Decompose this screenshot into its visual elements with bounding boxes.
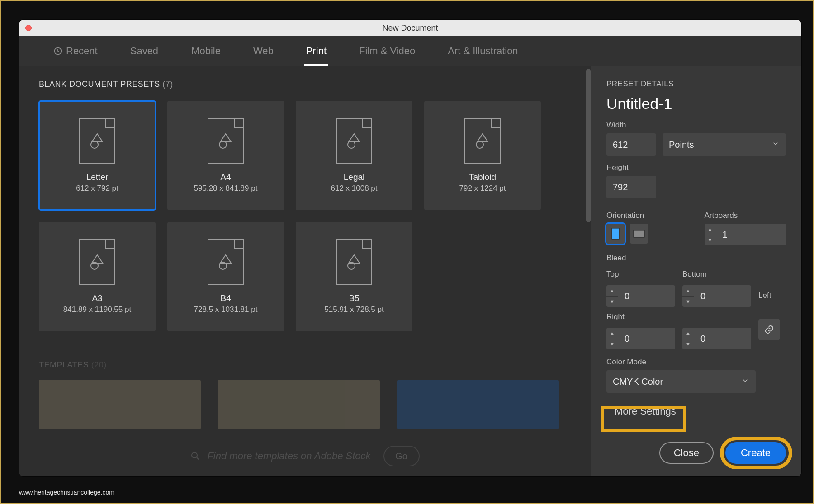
bleed-left-value: 0 xyxy=(625,334,629,344)
close-button[interactable]: Close xyxy=(659,442,714,464)
portrait-icon xyxy=(611,228,620,240)
step-up-icon[interactable]: ▲ xyxy=(606,285,618,297)
preset-size: 595.28 x 841.89 pt xyxy=(194,184,258,193)
preset-legal[interactable]: Legal 612 x 1008 pt xyxy=(296,101,412,210)
search-placeholder: Find more templates on Adobe Stock xyxy=(207,450,370,462)
presets-header-label: BLANK DOCUMENT PRESETS xyxy=(39,80,160,89)
step-down-icon[interactable]: ▼ xyxy=(606,297,618,307)
preset-letter[interactable]: Letter 612 x 792 pt xyxy=(39,101,156,210)
search-input[interactable]: Find more templates on Adobe Stock xyxy=(190,450,370,462)
close-label: Close xyxy=(674,447,699,459)
color-mode-select[interactable]: CMYK Color xyxy=(606,370,756,393)
step-up-icon[interactable]: ▲ xyxy=(606,328,618,339)
step-up-icon[interactable]: ▲ xyxy=(682,328,694,339)
templates-header: TEMPLATES (20) xyxy=(39,360,571,370)
go-label: Go xyxy=(395,451,407,462)
height-input[interactable]: 792 xyxy=(606,176,656,198)
width-input[interactable]: 612 xyxy=(606,133,656,156)
search-icon xyxy=(190,451,201,462)
bleed-left-label: Left xyxy=(758,291,786,300)
bleed-right-input[interactable]: ▲▼ 0 xyxy=(682,328,751,349)
width-value: 612 xyxy=(613,140,628,150)
orientation-portrait[interactable] xyxy=(606,224,625,244)
more-settings-button[interactable]: More Settings xyxy=(606,400,684,423)
window-close-button[interactable] xyxy=(25,25,32,31)
bleed-bottom-value: 0 xyxy=(700,291,705,301)
presets-count: (7) xyxy=(162,80,173,89)
preset-browser: BLANK DOCUMENT PRESETS (7) Letter 612 x … xyxy=(19,66,591,476)
units-value: Points xyxy=(669,140,694,150)
orientation-landscape[interactable] xyxy=(630,224,648,244)
clock-icon xyxy=(53,47,62,56)
watermark-text: www.heritagechristiancollege.com xyxy=(19,489,114,496)
new-document-dialog: New Document Recent Saved xyxy=(19,20,801,476)
svg-rect-10 xyxy=(634,230,644,237)
template-card[interactable] xyxy=(39,380,201,429)
preset-size: 515.91 x 728.5 pt xyxy=(324,305,383,314)
height-label: Height xyxy=(606,163,786,172)
landscape-icon xyxy=(633,230,645,238)
step-down-icon[interactable]: ▼ xyxy=(705,235,716,246)
preset-size: 612 x 1008 pt xyxy=(331,184,377,193)
bleed-bottom-input[interactable]: ▲▼ 0 xyxy=(682,285,751,307)
bleed-bottom-label: Bottom xyxy=(682,270,751,279)
tab-saved[interactable]: Saved xyxy=(114,36,175,66)
scroll-thumb[interactable] xyxy=(586,69,591,222)
go-button[interactable]: Go xyxy=(383,446,420,466)
bleed-top-input[interactable]: ▲▼ 0 xyxy=(606,285,675,307)
bleed-right-value: 0 xyxy=(700,334,705,344)
document-name-field[interactable]: Untitled-1 xyxy=(606,95,786,113)
category-tabs: Recent Saved Mobile Web Print Film & Vi xyxy=(19,36,801,66)
document-icon xyxy=(79,118,115,164)
tab-label: Print xyxy=(306,45,327,57)
preset-name: Tabloid xyxy=(469,172,496,182)
tab-web[interactable]: Web xyxy=(237,36,290,66)
stock-search-row: Find more templates on Adobe Stock Go xyxy=(19,446,591,466)
step-down-icon[interactable]: ▼ xyxy=(606,339,618,350)
more-settings-label: More Settings xyxy=(615,405,676,417)
tab-label: Art & Illustration xyxy=(448,45,518,57)
step-up-icon[interactable]: ▲ xyxy=(682,285,694,297)
scrollbar[interactable] xyxy=(586,66,591,476)
link-icon xyxy=(764,324,775,335)
step-down-icon[interactable]: ▼ xyxy=(682,297,694,307)
preset-a3[interactable]: A3 841.89 x 1190.55 pt xyxy=(39,222,156,331)
template-card[interactable] xyxy=(218,380,380,429)
presets-header: BLANK DOCUMENT PRESETS (7) xyxy=(19,66,591,89)
preset-a4[interactable]: A4 595.28 x 841.89 pt xyxy=(167,101,284,210)
preset-size: 612 x 792 pt xyxy=(76,184,118,193)
tab-film-video[interactable]: Film & Video xyxy=(343,36,431,66)
tab-print[interactable]: Print xyxy=(290,36,343,66)
create-button[interactable]: Create xyxy=(725,442,786,464)
tab-recent[interactable]: Recent xyxy=(37,36,114,66)
orientation-label: Orientation xyxy=(606,211,688,220)
tab-mobile[interactable]: Mobile xyxy=(175,36,237,66)
template-card[interactable] xyxy=(397,380,559,429)
preset-b4[interactable]: B4 728.5 x 1031.81 pt xyxy=(167,222,284,331)
bleed-left-input[interactable]: ▲▼ 0 xyxy=(606,328,675,349)
chevron-down-icon xyxy=(771,140,780,148)
preset-name: Legal xyxy=(344,172,365,182)
tab-label: Web xyxy=(253,45,274,57)
templates-count: (20) xyxy=(91,360,107,369)
create-label: Create xyxy=(741,447,771,459)
artboards-stepper[interactable]: ▲ ▼ 1 xyxy=(705,224,786,245)
step-down-icon[interactable]: ▼ xyxy=(682,339,694,350)
document-icon xyxy=(208,118,244,164)
chevron-down-icon xyxy=(741,377,749,385)
step-up-icon[interactable]: ▲ xyxy=(705,224,716,235)
bleed-label: Bleed xyxy=(606,254,786,263)
link-bleed-button[interactable] xyxy=(758,319,780,340)
units-select[interactable]: Points xyxy=(663,133,786,156)
tab-art-illustration[interactable]: Art & Illustration xyxy=(431,36,534,66)
height-value: 792 xyxy=(613,182,628,193)
color-mode-label: Color Mode xyxy=(606,358,786,367)
bleed-top-label: Top xyxy=(606,270,675,279)
preset-b5[interactable]: B5 515.91 x 728.5 pt xyxy=(296,222,412,331)
preset-name: B5 xyxy=(349,293,359,303)
document-icon xyxy=(208,239,244,285)
preset-details-panel: PRESET DETAILS Untitled-1 Width 612 Poin… xyxy=(591,66,801,476)
document-icon xyxy=(464,118,501,164)
document-icon xyxy=(79,239,115,285)
preset-tabloid[interactable]: Tabloid 792 x 1224 pt xyxy=(424,101,541,210)
